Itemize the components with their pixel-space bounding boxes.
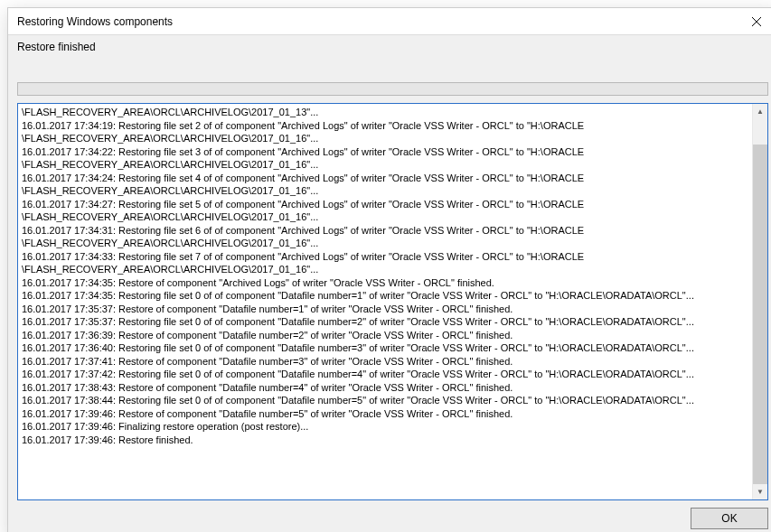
log-line: \FLASH_RECOVERY_AREA\ORCL\ARCHIVELOG\201… bbox=[22, 158, 748, 172]
log-line: 16.01.2017 17:39:46: Restore of componen… bbox=[22, 407, 748, 421]
button-row: OK bbox=[8, 508, 771, 532]
progress-area bbox=[8, 57, 771, 103]
scroll-track[interactable] bbox=[753, 119, 767, 484]
log-line: 16.01.2017 17:36:40: Restoring file set … bbox=[22, 341, 748, 355]
log-line: \FLASH_RECOVERY_AREA\ORCL\ARCHIVELOG\201… bbox=[22, 132, 748, 145]
log-container: \FLASH_RECOVERY_AREA\ORCL\ARCHIVELOG\201… bbox=[17, 103, 768, 500]
log-line: 16.01.2017 17:34:33: Restoring file set … bbox=[22, 250, 748, 264]
log-line: 16.01.2017 17:35:37: Restoring file set … bbox=[22, 315, 748, 329]
scroll-down-arrow-icon[interactable]: ▼ bbox=[753, 484, 767, 499]
log-line: 16.01.2017 17:34:27: Restoring file set … bbox=[22, 198, 748, 211]
log-line: 16.01.2017 17:35:37: Restore of componen… bbox=[22, 303, 748, 316]
log-line: \FLASH_RECOVERY_AREA\ORCL\ARCHIVELOG\201… bbox=[22, 263, 748, 276]
log-line: 16.01.2017 17:37:41: Restore of componen… bbox=[22, 355, 748, 369]
log-line: 16.01.2017 17:36:39: Restore of componen… bbox=[22, 329, 748, 342]
scroll-thumb[interactable] bbox=[753, 145, 767, 484]
log-line: 16.01.2017 17:34:31: Restoring file set … bbox=[22, 224, 748, 238]
log-line: 16.01.2017 17:39:46: Finalizing restore … bbox=[22, 420, 748, 434]
log-line: 16.01.2017 17:34:24: Restoring file set … bbox=[22, 172, 748, 185]
close-button[interactable] bbox=[736, 8, 771, 35]
log-line: 16.01.2017 17:38:43: Restore of componen… bbox=[22, 381, 748, 395]
log-line: \FLASH_RECOVERY_AREA\ORCL\ARCHIVELOG\201… bbox=[22, 237, 748, 250]
log-line: 16.01.2017 17:34:19: Restoring file set … bbox=[22, 119, 748, 133]
log-line: 16.01.2017 17:38:44: Restoring file set … bbox=[22, 394, 748, 407]
log-text-area[interactable]: \FLASH_RECOVERY_AREA\ORCL\ARCHIVELOG\201… bbox=[18, 104, 752, 499]
log-line: \FLASH_RECOVERY_AREA\ORCL\ARCHIVELOG\201… bbox=[22, 106, 748, 119]
log-line: 16.01.2017 17:34:22: Restoring file set … bbox=[22, 145, 748, 159]
log-line: \FLASH_RECOVERY_AREA\ORCL\ARCHIVELOG\201… bbox=[22, 184, 748, 198]
scroll-up-arrow-icon[interactable]: ▲ bbox=[753, 104, 767, 119]
log-line: 16.01.2017 17:34:35: Restoring file set … bbox=[22, 289, 748, 303]
dialog-window: Restoring Windows components Restore fin… bbox=[7, 7, 771, 532]
log-line: 16.01.2017 17:34:35: Restore of componen… bbox=[22, 276, 748, 290]
close-icon bbox=[752, 17, 761, 26]
log-line: 16.01.2017 17:37:42: Restoring file set … bbox=[22, 368, 748, 381]
vertical-scrollbar[interactable]: ▲ ▼ bbox=[752, 104, 767, 499]
log-line: 16.01.2017 17:39:46: Restore finished. bbox=[22, 434, 748, 447]
window-title: Restoring Windows components bbox=[17, 15, 173, 28]
log-line: \FLASH_RECOVERY_AREA\ORCL\ARCHIVELOG\201… bbox=[22, 210, 748, 224]
ok-button[interactable]: OK bbox=[691, 508, 768, 529]
status-text: Restore finished bbox=[8, 35, 771, 57]
titlebar: Restoring Windows components bbox=[8, 8, 771, 35]
progress-bar bbox=[17, 82, 768, 96]
